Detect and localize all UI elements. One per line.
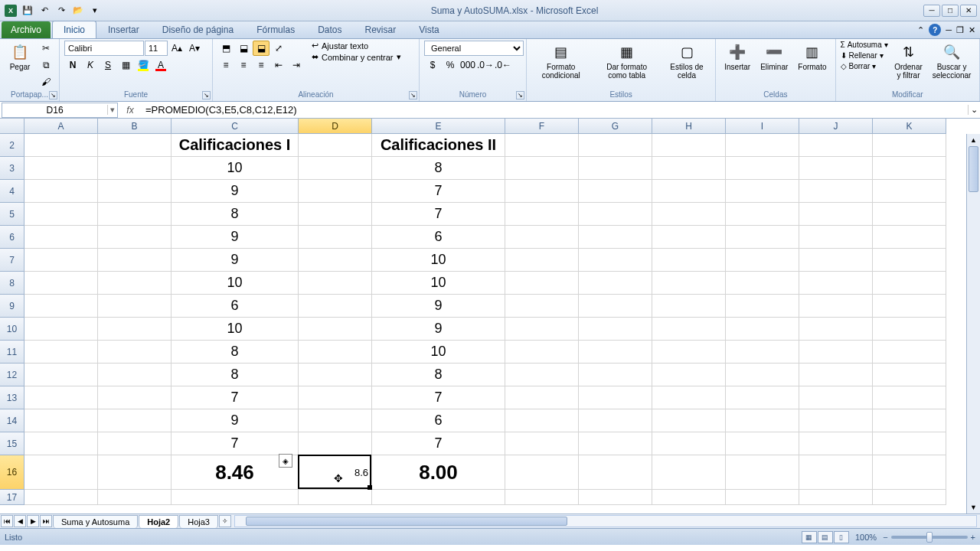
cell-G10[interactable]: [579, 318, 652, 341]
cell-B11[interactable]: [98, 341, 172, 364]
close-button[interactable]: ✕: [960, 5, 977, 17]
cell-I7[interactable]: [726, 249, 799, 272]
sheet-nav-prev[interactable]: ◀: [14, 515, 26, 527]
cell-B13[interactable]: [98, 386, 172, 409]
row-header-17[interactable]: 17: [0, 490, 24, 505]
cell-I12[interactable]: [726, 364, 799, 386]
name-box[interactable]: ▾: [2, 103, 118, 118]
cell-C15[interactable]: 7: [172, 432, 299, 455]
cell-G9[interactable]: [579, 295, 652, 318]
align-bottom-icon[interactable]: ⬓: [253, 41, 270, 56]
cell-G14[interactable]: [579, 409, 652, 432]
column-header-I[interactable]: I: [726, 119, 799, 134]
wrap-text-button[interactable]: ↩ Ajustar texto: [312, 41, 401, 51]
cell-D17[interactable]: [299, 490, 372, 505]
cell-F12[interactable]: [505, 364, 579, 386]
zoom-out-icon[interactable]: −: [883, 533, 887, 542]
cell-E9[interactable]: 9: [372, 295, 505, 318]
row-header-7[interactable]: 7: [0, 249, 24, 272]
tab-inicio[interactable]: Inicio: [52, 21, 96, 38]
cell-C5[interactable]: 8: [172, 203, 299, 226]
cell-I8[interactable]: [726, 272, 799, 295]
sheet-tab-2[interactable]: Hoja3: [179, 515, 218, 528]
cell-B3[interactable]: [98, 157, 172, 180]
delete-cells-button[interactable]: ➖Eliminar: [756, 41, 792, 73]
cell-E13[interactable]: 7: [372, 386, 505, 409]
cell-K2[interactable]: [873, 134, 946, 157]
view-pagebreak-icon[interactable]: ▯: [834, 531, 849, 543]
cell-B2[interactable]: [98, 134, 172, 157]
fx-icon[interactable]: fx: [122, 103, 138, 117]
name-box-input[interactable]: [2, 105, 107, 116]
cell-C13[interactable]: 7: [172, 386, 299, 409]
cell-A9[interactable]: [24, 295, 98, 318]
cell-E16[interactable]: 8.00: [372, 455, 505, 490]
cell-A14[interactable]: [24, 409, 98, 432]
row-header-12[interactable]: 12: [0, 364, 24, 386]
sheet-tab-1[interactable]: Hoja2: [139, 515, 178, 528]
fill-button[interactable]: ⬇Rellenar▾: [841, 51, 888, 60]
cell-B12[interactable]: [98, 364, 172, 386]
cell-K16[interactable]: [873, 455, 946, 490]
insert-cells-button[interactable]: ➕Insertar: [720, 41, 754, 73]
view-layout-icon[interactable]: ▤: [818, 531, 833, 543]
cell-G15[interactable]: [579, 432, 652, 455]
cell-J11[interactable]: [799, 341, 873, 364]
cell-H9[interactable]: [652, 295, 726, 318]
cell-E3[interactable]: 8: [372, 157, 505, 180]
cell-J12[interactable]: [799, 364, 873, 386]
cell-A11[interactable]: [24, 341, 98, 364]
column-header-H[interactable]: H: [652, 119, 726, 134]
cell-F11[interactable]: [505, 341, 579, 364]
cell-F17[interactable]: [505, 490, 579, 505]
workbook-minimize-icon[interactable]: ─: [946, 25, 952, 34]
cell-A8[interactable]: [24, 272, 98, 295]
zoom-in-icon[interactable]: +: [971, 533, 975, 542]
cell-F9[interactable]: [505, 295, 579, 318]
cell-C12[interactable]: 8: [172, 364, 299, 386]
row-header-13[interactable]: 13: [0, 386, 24, 409]
cell-G3[interactable]: [579, 157, 652, 180]
cell-D13[interactable]: [299, 386, 372, 409]
cell-J17[interactable]: [799, 490, 873, 505]
cell-K6[interactable]: [873, 226, 946, 249]
cell-G13[interactable]: [579, 386, 652, 409]
cell-H5[interactable]: [652, 203, 726, 226]
cell-G17[interactable]: [579, 490, 652, 505]
formula-input[interactable]: [141, 104, 968, 116]
row-header-4[interactable]: 4: [0, 180, 24, 203]
cell-F15[interactable]: [505, 432, 579, 455]
cell-E12[interactable]: 8: [372, 364, 505, 386]
view-normal-icon[interactable]: ▦: [802, 531, 817, 543]
row-header-11[interactable]: 11: [0, 341, 24, 364]
cell-E4[interactable]: 7: [372, 180, 505, 203]
cell-A3[interactable]: [24, 157, 98, 180]
cell-C11[interactable]: 8: [172, 341, 299, 364]
zoom-slider-thumb[interactable]: [926, 532, 933, 543]
cell-H15[interactable]: [652, 432, 726, 455]
cell-A16[interactable]: [24, 455, 98, 490]
cell-D7[interactable]: [299, 249, 372, 272]
workbook-restore-icon[interactable]: ❐: [956, 25, 964, 35]
cell-I2[interactable]: [726, 134, 799, 157]
autosum-button[interactable]: ΣAutosuma▾: [841, 41, 888, 49]
conditional-format-button[interactable]: ▤Formato condicional: [531, 41, 590, 82]
cell-B10[interactable]: [98, 318, 172, 341]
font-color-icon[interactable]: A: [152, 57, 169, 73]
sheet-nav-next[interactable]: ▶: [27, 515, 39, 527]
hscroll-thumb[interactable]: [246, 517, 567, 526]
cell-A10[interactable]: [24, 318, 98, 341]
cell-E7[interactable]: 10: [372, 249, 505, 272]
cell-I3[interactable]: [726, 157, 799, 180]
clear-button[interactable]: ◇Borrar▾: [841, 62, 888, 70]
tab-formulas[interactable]: Fórmulas: [245, 21, 306, 38]
zoom-slider[interactable]: [891, 536, 968, 539]
cell-C6[interactable]: 9: [172, 226, 299, 249]
cell-E6[interactable]: 6: [372, 226, 505, 249]
cell-F10[interactable]: [505, 318, 579, 341]
merge-center-button[interactable]: ⬌ Combinar y centrar ▾: [312, 52, 401, 62]
cell-H10[interactable]: [652, 318, 726, 341]
cell-J4[interactable]: [799, 180, 873, 203]
cell-G16[interactable]: [579, 455, 652, 490]
cell-D8[interactable]: [299, 272, 372, 295]
